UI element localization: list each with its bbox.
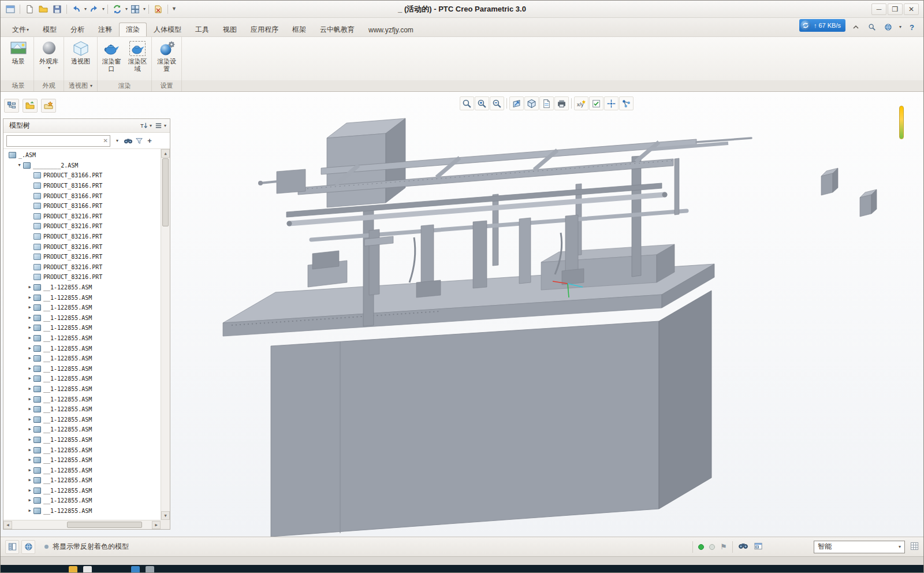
view-manager-icon[interactable]: [619, 96, 634, 110]
expand-arrow-icon[interactable]: ▶: [27, 498, 33, 503]
tree-item[interactable]: ▶ PRODUCT_83216.PRT: [3, 262, 161, 273]
tree-item[interactable]: ▶ __1-122855.ASM: [3, 282, 161, 293]
expand-arrow-icon[interactable]: ▶: [27, 427, 33, 431]
search-icon[interactable]: [866, 21, 878, 33]
tree-item[interactable]: ▶ __1-122855.ASM: [3, 292, 161, 303]
tree-root-item[interactable]: _.ASM: [3, 150, 161, 161]
expand-arrow-icon[interactable]: ▶: [27, 458, 33, 462]
expand-arrow-icon[interactable]: ▶: [27, 285, 33, 289]
redo-button[interactable]: [88, 3, 100, 16]
expand-arrow-icon[interactable]: ▶: [27, 397, 33, 401]
collapse-arrow-icon[interactable]: ▼: [16, 163, 23, 168]
expand-arrow-icon[interactable]: ▶: [27, 387, 33, 391]
new-file-button[interactable]: [23, 3, 36, 16]
tree-item[interactable]: ▶ PRODUCT_83216.PRT: [3, 241, 161, 252]
tab-website[interactable]: www.yzfjy.com: [362, 23, 420, 36]
taskbar-document-icon[interactable]: [83, 566, 92, 573]
expand-arrow-icon[interactable]: ▶: [27, 296, 33, 300]
scroll-right-icon[interactable]: ▶: [152, 521, 161, 529]
scroll-up-icon[interactable]: ▲: [161, 149, 170, 158]
tree-item[interactable]: ▶ __1-122855.ASM: [3, 323, 161, 333]
tree-vertical-scrollbar[interactable]: ▲ ▼: [161, 149, 170, 520]
tree-item[interactable]: ▶ __1-122855.ASM: [3, 394, 161, 404]
regenerate-button[interactable]: [111, 3, 124, 16]
save-button[interactable]: [51, 3, 64, 16]
tab-view[interactable]: 视图: [216, 23, 244, 36]
chevron-down-icon[interactable]: ▾: [102, 7, 105, 12]
chevron-down-icon[interactable]: ▾: [125, 7, 128, 12]
expand-arrow-icon[interactable]: ▶: [27, 326, 33, 330]
scroll-thumb[interactable]: [67, 522, 142, 528]
filter-funnel-icon[interactable]: [135, 135, 143, 147]
display-style-icon[interactable]: [524, 96, 539, 110]
minimize-icon[interactable]: ─: [871, 3, 886, 15]
flag-icon[interactable]: ⚑: [720, 542, 727, 551]
zoom-box-icon[interactable]: [460, 96, 474, 110]
tree-item[interactable]: ▶ PRODUCT_83216.PRT: [3, 252, 161, 262]
tree-item[interactable]: ▶ __1-122855.ASM: [3, 475, 161, 486]
undo-button[interactable]: [70, 3, 83, 16]
tree-item[interactable]: ▶ __1-122855.ASM: [3, 445, 161, 455]
scroll-indicator-thumb[interactable]: [899, 106, 904, 139]
close-window-button[interactable]: [152, 3, 165, 16]
expand-arrow-icon[interactable]: ▶: [27, 356, 33, 360]
tab-tools[interactable]: 工具: [188, 23, 216, 36]
tree-item[interactable]: ▶ __1-122855.ASM: [3, 425, 161, 435]
chevron-down-icon[interactable]: ▾: [84, 7, 87, 12]
perspective-view-button[interactable]: 透视图: [68, 39, 94, 65]
close-icon[interactable]: ✕: [904, 3, 919, 15]
status-green-dot[interactable]: [698, 544, 704, 550]
expand-arrow-icon[interactable]: ▶: [27, 438, 33, 442]
tree-sort-icon[interactable]: T ▾: [139, 120, 153, 132]
tree-item[interactable]: ▶ __1-122855.ASM: [3, 313, 161, 323]
tree-item[interactable]: ▶ PRODUCT_83166.PRT: [3, 191, 161, 201]
spin-center-icon[interactable]: [604, 96, 619, 110]
tree-item[interactable]: ▶ PRODUCT_83216.PRT: [3, 221, 161, 232]
expand-arrow-icon[interactable]: ▶: [27, 377, 33, 381]
expand-arrow-icon[interactable]: ▶: [27, 509, 33, 513]
expand-arrow-icon[interactable]: ▶: [27, 418, 33, 422]
scroll-thumb[interactable]: [162, 158, 169, 226]
search-options-arrow[interactable]: ▾: [113, 135, 121, 147]
tab-model[interactable]: 模型: [36, 23, 64, 36]
tree-item[interactable]: ▶ __1-122855.ASM: [3, 374, 161, 384]
tree-subassembly-item[interactable]: ▼ ________2.ASM: [3, 161, 161, 171]
tree-item[interactable]: ▶ PRODUCT_83166.PRT: [3, 201, 161, 211]
tree-item[interactable]: ▶ __1-122855.ASM: [3, 343, 161, 354]
taskbar-folder-icon[interactable]: [69, 566, 77, 573]
tab-analysis[interactable]: 分析: [64, 23, 91, 36]
saved-views-icon[interactable]: [539, 96, 554, 110]
tab-yunzhongfan[interactable]: 云中帆教育: [313, 23, 362, 36]
tree-item[interactable]: ▶ PRODUCT_83166.PRT: [3, 181, 161, 191]
chevron-down-icon[interactable]: ▾: [90, 84, 92, 88]
restore-icon[interactable]: ❒: [888, 3, 903, 15]
expand-arrow-icon[interactable]: ▶: [27, 306, 33, 310]
window-switch-button[interactable]: [129, 3, 141, 16]
tree-item[interactable]: ▶ PRODUCT_83216.PRT: [3, 232, 161, 242]
tree-item[interactable]: ▶ PRODUCT_83216.PRT: [3, 211, 161, 222]
folder-browser-icon[interactable]: [23, 99, 38, 113]
community-icon[interactable]: [882, 21, 894, 33]
clear-search-icon[interactable]: ✕: [103, 138, 108, 144]
status-gray-dot[interactable]: [709, 544, 715, 550]
tree-item[interactable]: ▶ __1-122855.ASM: [3, 414, 161, 425]
web-browser-toggle-icon[interactable]: [21, 540, 35, 554]
tab-annotate[interactable]: 注释: [91, 23, 119, 36]
render-setup-button[interactable]: 渲染设置: [154, 39, 180, 73]
taskbar-app-icon[interactable]: [146, 566, 154, 573]
scroll-down-icon[interactable]: ▼: [161, 511, 170, 520]
expand-arrow-icon[interactable]: ▶: [27, 468, 33, 472]
expand-arrow-icon[interactable]: ▶: [27, 489, 33, 493]
find-icon[interactable]: [124, 135, 133, 147]
tree-item[interactable]: ▶ __1-122855.ASM: [3, 496, 161, 506]
zoom-in-icon[interactable]: [475, 96, 489, 110]
tree-search-input[interactable]: [7, 136, 110, 146]
tab-applications[interactable]: 应用程序: [244, 23, 285, 36]
expand-arrow-icon[interactable]: ▶: [27, 336, 33, 340]
tree-item[interactable]: ▶ __1-122855.ASM: [3, 384, 161, 395]
expand-arrow-icon[interactable]: ▶: [27, 478, 33, 482]
datum-display-icon[interactable]: x/y: [574, 96, 588, 110]
selection-filter-select[interactable]: 智能 ▾: [814, 541, 905, 553]
tree-settings-icon[interactable]: ▾: [153, 120, 167, 132]
chevron-down-icon[interactable]: ▾: [143, 7, 146, 12]
